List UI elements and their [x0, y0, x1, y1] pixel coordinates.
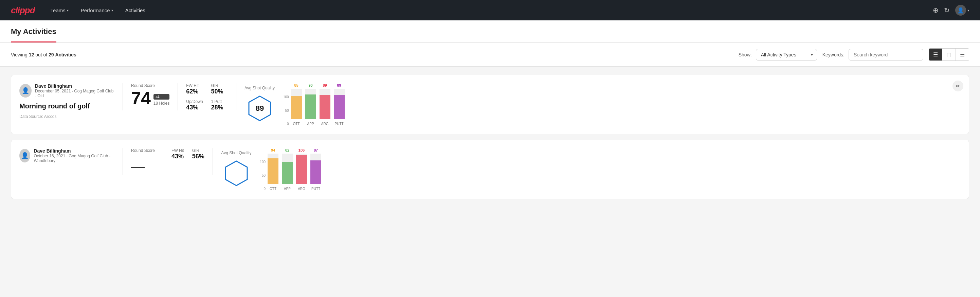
bar-arg: 89 ARG	[320, 83, 330, 126]
round-score-block: Round Score 74 +4 18 Holes	[131, 83, 169, 107]
show-label: Show:	[738, 52, 752, 57]
page-title: My Activities	[11, 21, 56, 43]
bar-putt: 89 PUTT	[334, 83, 345, 126]
divider	[213, 148, 213, 176]
list-view-toggle[interactable]: ☰	[929, 49, 942, 61]
round-score-block: Round Score	[131, 148, 155, 168]
bar-arg: 106 ARG	[296, 148, 307, 191]
activities-list: ✏ 👤 Dave Billingham December 05, 2021 · …	[0, 67, 980, 207]
card-left-section: 👤 Dave Billingham December 05, 2021 · Go…	[19, 83, 115, 119]
fw-hit-value: 43%	[172, 153, 184, 160]
activity-type-select[interactable]: All Activity Types	[756, 49, 817, 61]
bar-chart-wrapper: 100 50 0 85 OTT 90	[283, 83, 345, 126]
user-avatar-button[interactable]: 👤 ▾	[955, 5, 969, 16]
avatar: 👤	[19, 149, 30, 163]
user-row: 👤 Dave Billingham December 05, 2021 · Go…	[19, 83, 115, 98]
avatar: 👤	[955, 5, 966, 16]
nav-menu: Teams ▾ Performance ▾ Activities	[46, 5, 922, 16]
shot-quality-hexagon	[221, 158, 251, 188]
fw-hit-stat: FW Hit 62%	[186, 83, 203, 95]
user-info: Dave Billingham October 16, 2021 · Gog M…	[33, 148, 115, 163]
user-meta: December 05, 2021 · Gog Magog Golf Club …	[35, 89, 115, 98]
avg-shot-quality-section: Avg Shot Quality 89 100 50 0	[245, 83, 961, 126]
bar-app: 90 APP	[305, 83, 316, 126]
activity-card: ✏ 👤 Dave Billingham December 05, 2021 · …	[11, 75, 969, 134]
round-score-label: Round Score	[131, 83, 169, 88]
score-badge: +4	[153, 94, 169, 99]
chevron-down-icon: ▾	[111, 8, 113, 12]
add-icon[interactable]: ⊕	[933, 6, 939, 14]
nav-activities[interactable]: Activities	[121, 5, 150, 16]
filter-bar: Viewing 12 out of 29 Activities Show: Al…	[0, 43, 980, 67]
score-value: 74	[131, 89, 151, 107]
stats-grid: FW Hit 43% GIR 56%	[172, 148, 204, 160]
y-axis: 100 50 0	[260, 160, 266, 191]
show-filter-group: Show: All Activity Types	[738, 49, 817, 61]
updown-label: Up/Down	[186, 99, 203, 104]
keywords-label: Keywords:	[822, 52, 845, 57]
divider	[123, 148, 123, 176]
activity-card: 👤 Dave Billingham October 16, 2021 · Gog…	[11, 140, 969, 199]
gir-value: 56%	[192, 153, 205, 160]
score-holes: 18 Holes	[153, 101, 169, 106]
gir-value: 50%	[211, 88, 228, 95]
updown-value: 43%	[186, 104, 203, 111]
bar-chart: 85 OTT 90 APP	[291, 83, 345, 126]
edit-button[interactable]: ✏	[953, 81, 963, 91]
avg-shot-label: Avg Shot Quality	[245, 86, 275, 90]
grid-view-toggle[interactable]: ◫	[942, 49, 956, 61]
round-score-bar	[131, 154, 145, 168]
divider	[178, 83, 178, 110]
view-toggles: ☰ ◫ ⚌	[929, 48, 969, 61]
logo: clippd	[11, 5, 35, 16]
activity-type-select-wrapper[interactable]: All Activity Types	[756, 49, 817, 61]
gir-label: GIR	[211, 83, 228, 88]
fw-hit-stat: FW Hit 43%	[172, 148, 184, 160]
one-putt-label: 1 Putt	[211, 99, 228, 104]
card-left-section: 👤 Dave Billingham October 16, 2021 · Gog…	[19, 148, 115, 167]
round-score-display: 74 +4 18 Holes	[131, 89, 169, 107]
user-name: Dave Billingham	[33, 148, 115, 153]
user-meta: October 16, 2021 · Gog Magog Golf Club -…	[33, 153, 115, 163]
fw-hit-label: FW Hit	[186, 83, 203, 88]
fw-hit-value: 62%	[186, 88, 203, 95]
navbar-actions: ⊕ ↻ 👤 ▾	[933, 5, 969, 16]
bar-app: 82 APP	[282, 148, 293, 191]
round-score-label: Round Score	[131, 148, 155, 153]
avatar: 👤	[19, 84, 32, 97]
user-info: Dave Billingham December 05, 2021 · Gog …	[35, 83, 115, 98]
shot-quality-value: 89	[256, 104, 264, 113]
chevron-down-icon: ▾	[967, 8, 969, 12]
divider	[163, 148, 163, 176]
bar-chart-wrapper2: 100 50 0 94 OTT 82	[260, 148, 321, 191]
divider	[123, 83, 123, 110]
data-source: Data Source: Arccos	[19, 114, 115, 119]
nav-performance[interactable]: Performance ▾	[76, 5, 118, 16]
divider	[236, 83, 236, 110]
viewing-count-text: Viewing 12 out of 29 Activities	[11, 52, 733, 57]
y-axis: 100 50 0	[283, 95, 289, 126]
svg-marker-1	[226, 161, 247, 185]
navbar: clippd Teams ▾ Performance ▾ Activities …	[0, 0, 980, 21]
nav-teams[interactable]: Teams ▾	[46, 5, 73, 16]
page-header: My Activities	[0, 21, 980, 43]
keywords-filter-group: Keywords:	[822, 49, 923, 61]
avg-shot-quality-section: Avg Shot Quality 100 50 0 94	[221, 148, 961, 191]
round-score-section: Round Score	[131, 148, 155, 168]
stats-grid: FW Hit 62% GIR 50% Up/Down 43% 1 Putt 28…	[186, 83, 228, 111]
bar-ott: 94 OTT	[267, 148, 278, 191]
one-putt-value: 28%	[211, 104, 228, 111]
one-putt-stat: 1 Putt 28%	[211, 99, 228, 111]
shot-quality-hexagon: 89	[245, 93, 275, 124]
bar-ott: 85 OTT	[291, 83, 302, 126]
chevron-down-icon: ▾	[67, 8, 68, 12]
gir-label: GIR	[192, 148, 205, 153]
user-name: Dave Billingham	[35, 83, 115, 89]
bar-chart: 94 OTT 82 APP 106	[267, 148, 321, 191]
hexagon-svg	[223, 160, 250, 187]
updown-stat: Up/Down 43%	[186, 99, 203, 111]
refresh-icon[interactable]: ↻	[944, 6, 950, 14]
compact-view-toggle[interactable]: ⚌	[956, 49, 969, 61]
search-input[interactable]	[849, 49, 923, 61]
fw-hit-label: FW Hit	[172, 148, 184, 153]
